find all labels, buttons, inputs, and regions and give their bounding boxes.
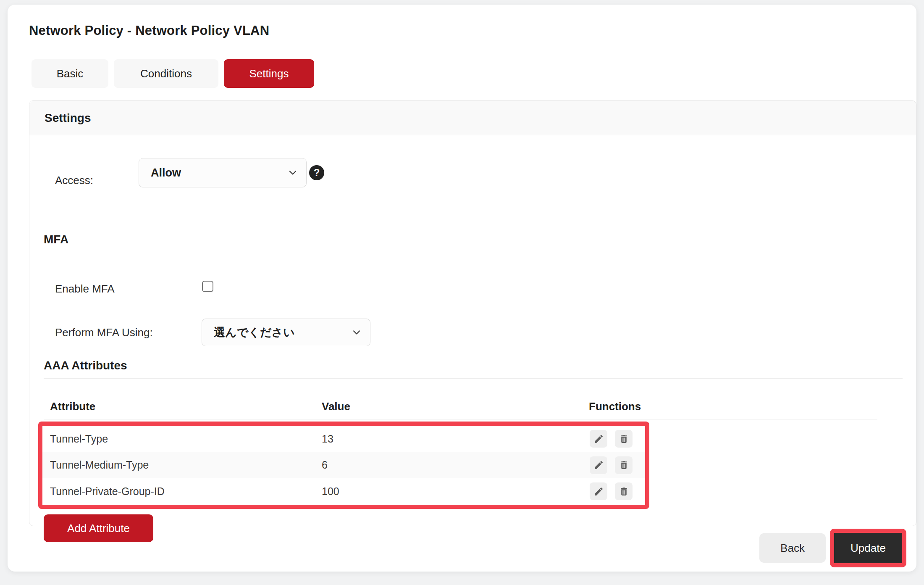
access-label: Access: [55,166,93,195]
attribute-cell: Tunnel-Type [50,433,108,445]
perform-mfa-select-value: 選んでください [214,325,295,340]
settings-panel-body: Access: Allow ? MFA Enable MFA Perform M… [29,135,916,526]
tab-settings[interactable]: Settings [224,59,314,88]
page-title: Network Policy - Network Policy VLAN [29,23,269,38]
mfa-heading: MFA [44,233,68,246]
aaa-table-rows: Tunnel-Type 13 Tunnel-Medium-Type 6 [42,426,645,505]
pencil-icon [593,434,604,444]
trash-icon [619,486,629,497]
attribute-cell: Tunnel-Private-Group-ID [50,485,165,498]
update-button[interactable]: Update [834,533,902,563]
perform-mfa-label: Perform MFA Using: [55,319,153,346]
pencil-icon [593,460,604,470]
access-select-value: Allow [151,166,181,179]
delete-attribute-button[interactable] [615,482,633,500]
settings-panel: Settings Access: Allow ? MFA Enable MFA … [29,100,916,526]
edit-attribute-button[interactable] [590,430,607,448]
column-header-attribute: Attribute [50,400,95,413]
edit-attribute-button[interactable] [590,482,607,500]
row-actions [590,482,633,500]
enable-mfa-label: Enable MFA [55,282,115,295]
rows-highlight-annotation: Tunnel-Type 13 Tunnel-Medium-Type 6 [38,422,649,509]
value-cell: 6 [322,459,328,471]
main-card: Network Policy - Network Policy VLAN Bas… [8,5,916,572]
trash-icon [619,434,629,444]
update-highlight-annotation: Update [830,529,906,567]
mfa-divider [44,252,903,252]
table-row: Tunnel-Private-Group-ID 100 [42,478,645,505]
tab-conditions[interactable]: Conditions [114,59,218,88]
column-header-value: Value [322,400,350,413]
pencil-icon [593,486,604,497]
tab-bar: Basic Conditions Settings [32,59,314,88]
access-select[interactable]: Allow [139,158,307,187]
aaa-attributes-heading: AAA Attributes [44,359,127,372]
row-actions [590,430,633,448]
chevron-down-icon [351,327,362,338]
attribute-cell: Tunnel-Medium-Type [50,459,149,471]
table-row: Tunnel-Medium-Type 6 [42,452,645,479]
table-row: Tunnel-Type 13 [42,426,645,452]
trash-icon [619,460,629,470]
row-actions [590,456,633,474]
enable-mfa-checkbox[interactable] [202,281,213,292]
table-header-divider [44,419,877,419]
chevron-down-icon [287,167,299,179]
aaa-divider [44,378,903,379]
delete-attribute-button[interactable] [615,430,633,448]
settings-panel-header: Settings [29,101,916,135]
back-button[interactable]: Back [759,533,826,563]
value-cell: 13 [322,433,333,445]
help-icon[interactable]: ? [309,165,324,180]
tab-basic[interactable]: Basic [32,59,108,88]
perform-mfa-select[interactable]: 選んでください [202,319,370,346]
value-cell: 100 [322,485,339,498]
delete-attribute-button[interactable] [615,456,633,474]
edit-attribute-button[interactable] [590,456,607,474]
add-attribute-button[interactable]: Add Attribute [44,514,153,542]
column-header-functions: Functions [589,400,641,413]
